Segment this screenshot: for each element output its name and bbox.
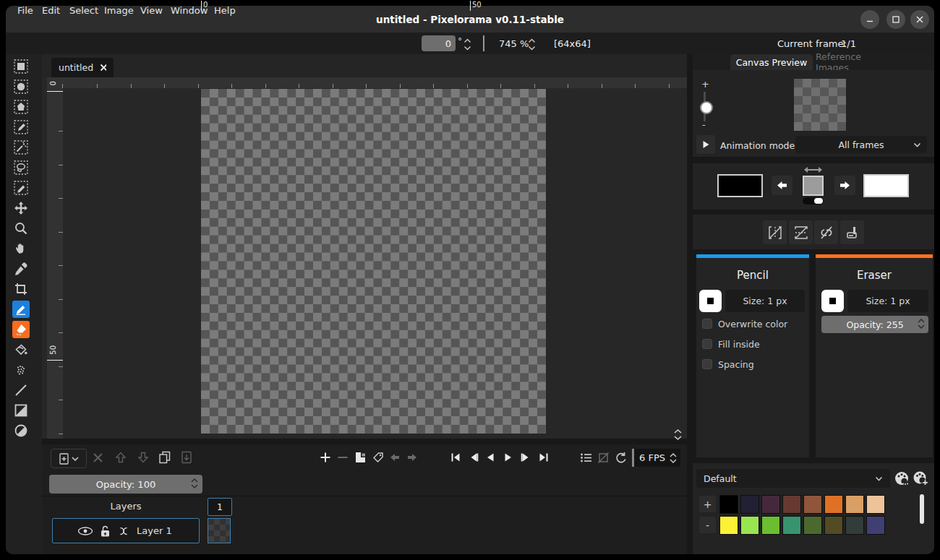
fps-input[interactable]: 6 FPS: [632, 449, 680, 467]
tab-close-icon[interactable]: [100, 64, 106, 72]
drawing-canvas[interactable]: [201, 89, 546, 434]
preview-zoom-slider-knob[interactable]: [700, 101, 713, 114]
first-frame-button[interactable]: [447, 449, 464, 466]
palette-swatch[interactable]: [782, 495, 801, 514]
move-frame-left-button[interactable]: [386, 449, 403, 466]
line-tool[interactable]: [12, 382, 30, 399]
menu-edit[interactable]: Edit: [42, 5, 60, 16]
remove-frame-button[interactable]: [334, 449, 351, 466]
clone-layer-button[interactable]: [156, 449, 174, 466]
palette-swatch[interactable]: [761, 516, 780, 535]
preview-play-button[interactable]: [696, 135, 715, 154]
layer-link-icon[interactable]: [117, 527, 130, 535]
new-palette-button[interactable]: [911, 469, 930, 488]
next-frame-button[interactable]: [517, 449, 534, 466]
ink-button[interactable]: [840, 220, 864, 244]
right-color-swatch[interactable]: [863, 174, 909, 197]
eraser-opacity-spinner[interactable]: [918, 319, 925, 329]
mirror-x-button[interactable]: [763, 220, 787, 244]
minimize-button[interactable]: [860, 10, 879, 29]
rectangle-tool[interactable]: [12, 402, 30, 419]
pencil-tool[interactable]: [12, 301, 30, 318]
move-tool[interactable]: [12, 199, 30, 217]
tab-reference-images[interactable]: Reference Images: [816, 54, 895, 70]
merge-down-button[interactable]: [178, 449, 195, 466]
crop-tool[interactable]: [12, 280, 30, 298]
mirror-y-button[interactable]: [789, 220, 813, 244]
palette-swatch[interactable]: [740, 495, 759, 514]
pencil-brush-preview[interactable]: [699, 290, 722, 312]
clone-frame-button[interactable]: [351, 449, 369, 466]
opacity-spinner[interactable]: [191, 478, 198, 488]
palette-swatch[interactable]: [824, 516, 843, 535]
fill-inside-checkbox[interactable]: [702, 339, 712, 349]
palette-swatch[interactable]: [761, 495, 780, 514]
menu-select[interactable]: Select: [69, 5, 98, 16]
fps-spinner[interactable]: [670, 453, 677, 463]
zoom-spinner[interactable]: [528, 38, 536, 51]
overwrite-color-checkbox[interactable]: [702, 319, 712, 329]
onion-skinning-button[interactable]: [594, 449, 612, 466]
palette-swatch[interactable]: [866, 516, 885, 535]
menu-view[interactable]: View: [140, 5, 163, 16]
eraser-tool[interactable]: [12, 321, 30, 338]
layer-visibility-icon[interactable]: [77, 527, 93, 535]
remove-color-button[interactable]: -: [699, 517, 716, 533]
tab-canvas-preview[interactable]: Canvas Preview: [730, 54, 813, 70]
pixel-perfect-button[interactable]: [814, 220, 838, 244]
move-layer-up-button[interactable]: [112, 449, 129, 466]
ellipse-select-tool[interactable]: [12, 78, 30, 95]
layer-row[interactable]: Layer 1: [52, 518, 200, 543]
eraser-size-input[interactable]: Size: 1 px: [847, 290, 928, 312]
remove-layer-button[interactable]: [89, 449, 106, 466]
menu-window[interactable]: Window: [171, 5, 208, 16]
menu-file[interactable]: File: [17, 5, 33, 16]
rectangle-select-tool[interactable]: [12, 58, 30, 75]
spacing-checkbox[interactable]: [702, 359, 712, 369]
eraser-opacity-slider[interactable]: Opacity: 255: [821, 316, 928, 333]
rotation-input[interactable]: 0: [422, 35, 456, 51]
frame-column-button[interactable]: 1: [208, 498, 232, 516]
play-backwards-button[interactable]: [482, 449, 499, 466]
color-mix-toggle[interactable]: [803, 197, 824, 204]
preview-zoom-in[interactable]: +: [701, 79, 709, 90]
maximize-button[interactable]: [886, 10, 905, 29]
pencil-size-input[interactable]: Size: 1 px: [725, 290, 805, 312]
move-layer-down-button[interactable]: [134, 449, 152, 466]
palette-swatch[interactable]: [719, 495, 738, 514]
color-select-tool[interactable]: [12, 119, 30, 136]
pan-tool[interactable]: [12, 240, 30, 257]
ellipse-tool[interactable]: [12, 422, 30, 439]
swap-left-button[interactable]: [772, 176, 792, 195]
canvas-scroll-spinner[interactable]: [673, 428, 683, 441]
eraser-brush-preview[interactable]: [821, 290, 844, 312]
add-frame-button[interactable]: [317, 449, 334, 466]
play-button[interactable]: [500, 449, 517, 466]
palette-swatch[interactable]: [719, 516, 738, 535]
previous-frame-button[interactable]: [465, 449, 482, 466]
palette-swatch[interactable]: [845, 516, 864, 535]
shading-tool[interactable]: [12, 361, 30, 379]
close-button[interactable]: [910, 10, 929, 29]
palette-swatch[interactable]: [845, 495, 864, 514]
paint-select-tool[interactable]: [12, 179, 30, 197]
polygon-select-tool[interactable]: [12, 98, 30, 116]
bucket-tool[interactable]: [12, 341, 30, 358]
palette-swatch[interactable]: [866, 495, 885, 514]
loop-mode-button[interactable]: [612, 449, 629, 466]
vertical-ruler[interactable]: [47, 88, 63, 439]
lasso-tool[interactable]: [12, 159, 30, 176]
menu-help[interactable]: Help: [214, 5, 236, 16]
document-tab[interactable]: untitled: [51, 58, 114, 77]
horizontal-ruler[interactable]: [47, 77, 687, 88]
average-color-swatch[interactable]: [803, 176, 824, 196]
palette-swatch[interactable]: [803, 495, 822, 514]
animation-mode-dropdown[interactable]: All frames: [795, 136, 927, 153]
move-frame-right-button[interactable]: [403, 449, 421, 466]
magic-wand-tool[interactable]: [12, 139, 30, 156]
left-color-swatch[interactable]: [717, 174, 763, 197]
frame-tag-button[interactable]: [369, 449, 387, 466]
edit-palette-button[interactable]: [892, 469, 911, 488]
palette-swatch[interactable]: [824, 495, 843, 514]
preview-zoom-out[interactable]: -: [702, 119, 706, 130]
